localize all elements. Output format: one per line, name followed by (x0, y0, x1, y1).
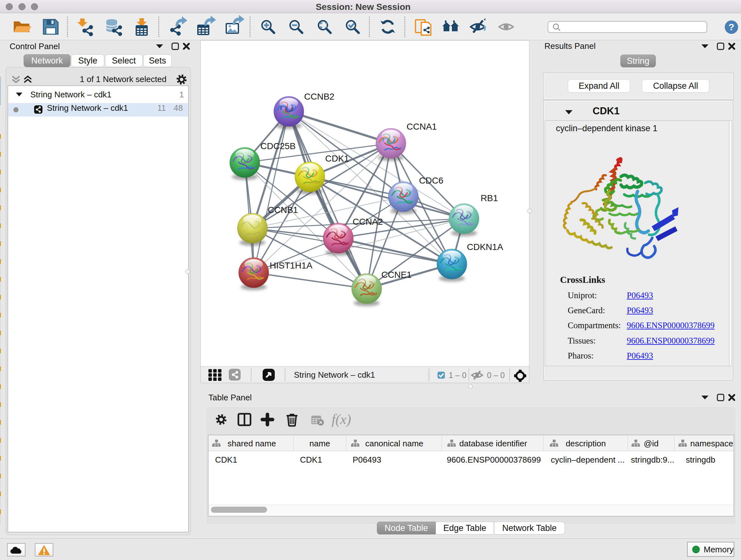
svg-text:1 – 0: 1 – 0 (449, 371, 467, 380)
svg-text:CCNA2: CCNA2 (353, 217, 383, 227)
svg-text:CCNB2: CCNB2 (304, 91, 334, 102)
svg-text:CDC25B: CDC25B (260, 141, 295, 151)
svg-text:CCNE1: CCNE1 (381, 270, 412, 280)
svg-text:CDC6: CDC6 (419, 176, 443, 186)
svg-text:RB1: RB1 (481, 193, 498, 203)
svg-text:CDK1: CDK1 (325, 153, 349, 164)
svg-text:0 – 0: 0 – 0 (487, 371, 505, 380)
svg-text:String Network – cdk1: String Network – cdk1 (294, 370, 375, 380)
svg-text:f(x): f(x) (332, 412, 351, 427)
svg-text:HIST1H1A: HIST1H1A (270, 260, 313, 270)
svg-text:CCNB1: CCNB1 (268, 205, 298, 215)
svg-text:CCNA1: CCNA1 (407, 122, 437, 132)
svg-text:CDKN1A: CDKN1A (467, 242, 503, 252)
